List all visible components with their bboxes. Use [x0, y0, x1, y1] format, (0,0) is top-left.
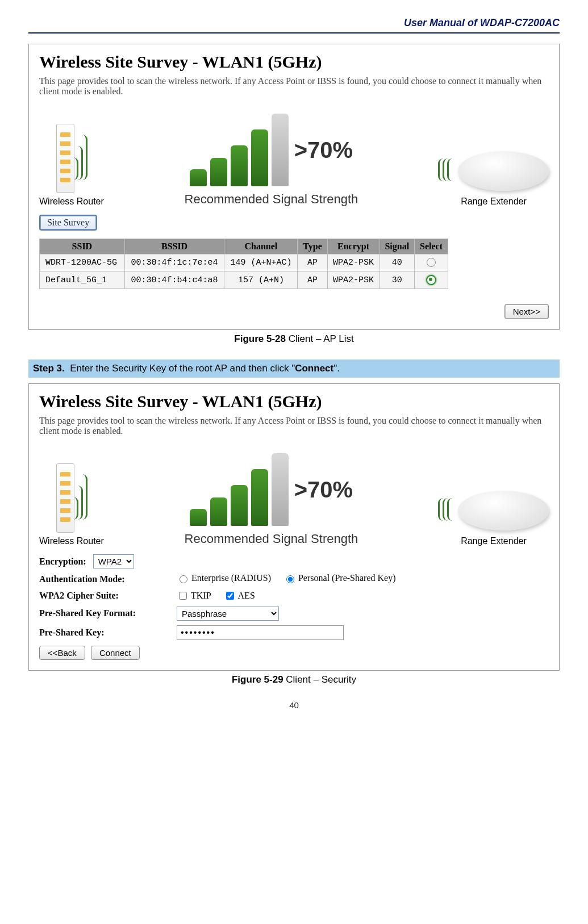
wifi-waves-icon — [73, 135, 87, 182]
page-header: User Manual of WDAP-C7200AC — [28, 17, 560, 29]
connect-button[interactable]: Connect — [91, 646, 140, 660]
router-icon — [56, 463, 74, 533]
col-encrypt: Encrypt — [327, 239, 380, 254]
figure-5-29-caption: Figure 5-29 Client – Security — [28, 674, 560, 685]
tkip-checkbox[interactable] — [179, 592, 187, 600]
signal-diagram: Wireless Router >70% Recommended Signal … — [39, 114, 549, 207]
aes-checkbox[interactable] — [226, 592, 234, 600]
pkf-label: Pre-Shared Key Format: — [39, 608, 170, 618]
survey-description: This page provides tool to scan the wire… — [39, 76, 549, 97]
cell-channel: 157 (A+N) — [224, 271, 298, 289]
col-signal: Signal — [380, 239, 415, 254]
cell-type: AP — [298, 271, 327, 289]
page-number: 40 — [28, 700, 560, 710]
cell-signal: 30 — [380, 271, 415, 289]
pk-label: Pre-Shared Key: — [39, 628, 170, 638]
cell-bssid: 00:30:4f:1c:7e:e4 — [124, 254, 224, 271]
signal-bars-icon — [190, 453, 289, 526]
survey-title: Wireless Site Survey - WLAN1 (5GHz) — [39, 392, 549, 411]
ap-list-table: SSID BSSID Channel Type Encrypt Signal S… — [39, 239, 448, 289]
cell-ssid: Default_5G_1 — [40, 271, 125, 289]
router-label: Wireless Router — [39, 196, 104, 207]
next-button[interactable]: Next>> — [504, 304, 549, 319]
header-divider — [28, 32, 560, 34]
wifi-waves-icon — [73, 474, 87, 522]
encryption-label: Encryption: — [39, 557, 86, 567]
back-button[interactable]: <<Back — [39, 646, 85, 660]
site-survey-button[interactable]: Site Survey — [39, 215, 97, 231]
extender-icon — [458, 151, 549, 191]
pre-shared-key-input[interactable] — [177, 625, 344, 640]
cell-encrypt: WPA2-PSK — [327, 254, 380, 271]
extender-icon — [458, 491, 549, 530]
wifi-waves-left-icon — [439, 498, 452, 523]
step-3-instruction: Step 3. Enter the Security Key of the ro… — [28, 359, 560, 378]
figure-5-28-screenshot: Wireless Site Survey - WLAN1 (5GHz) This… — [28, 44, 560, 330]
wifi-waves-left-icon — [439, 158, 452, 183]
survey-title: Wireless Site Survey - WLAN1 (5GHz) — [39, 52, 549, 72]
col-ssid: SSID — [40, 239, 125, 254]
router-icon — [56, 124, 74, 193]
cell-select[interactable] — [415, 271, 448, 289]
extender-label: Range Extender — [461, 196, 527, 207]
figure-5-29-screenshot: Wireless Site Survey - WLAN1 (5GHz) This… — [28, 383, 560, 671]
cell-select[interactable] — [415, 254, 448, 271]
auth-personal-text: Personal (Pre-Shared Key) — [298, 573, 396, 583]
col-bssid: BSSID — [124, 239, 224, 254]
cell-type: AP — [298, 254, 327, 271]
tkip-text: TKIP — [191, 591, 211, 601]
signal-percent: >70% — [294, 477, 353, 503]
col-channel: Channel — [224, 239, 298, 254]
recommended-label: Recommended Signal Strength — [185, 192, 358, 207]
col-select: Select — [415, 239, 448, 254]
cipher-label: WPA2 Cipher Suite: — [39, 591, 170, 601]
signal-percent: >70% — [294, 137, 353, 163]
radio-off-icon[interactable] — [427, 258, 436, 267]
table-row: WDRT-1200AC-5G 00:30:4f:1c:7e:e4 149 (A+… — [40, 254, 448, 271]
signal-bars-icon — [190, 114, 289, 186]
router-label: Wireless Router — [39, 536, 104, 546]
radio-on-icon[interactable] — [426, 275, 436, 285]
table-row: Default_5G_1 00:30:4f:b4:c4:a8 157 (A+N)… — [40, 271, 448, 289]
encryption-select[interactable]: WPA2 — [93, 554, 134, 568]
pkf-select[interactable]: Passphrase — [177, 607, 279, 621]
cell-signal: 40 — [380, 254, 415, 271]
auth-enterprise-radio[interactable] — [180, 575, 187, 583]
cell-bssid: 00:30:4f:b4:c4:a8 — [124, 271, 224, 289]
cell-channel: 149 (A+N+AC) — [224, 254, 298, 271]
survey-description: This page provides tool to scan the wire… — [39, 416, 549, 436]
aes-text: AES — [238, 591, 255, 601]
auth-enterprise-text: Enterprise (RADIUS) — [191, 573, 271, 583]
extender-label: Range Extender — [461, 536, 527, 546]
signal-diagram: Wireless Router >70% Recommended Signal … — [39, 453, 549, 546]
auth-personal-radio[interactable] — [286, 575, 294, 583]
auth-mode-label: Authentication Mode: — [39, 574, 170, 584]
cell-encrypt: WPA2-PSK — [327, 271, 380, 289]
recommended-label: Recommended Signal Strength — [185, 532, 358, 546]
figure-5-28-caption: Figure 5-28 Client – AP List — [28, 333, 560, 345]
cell-ssid: WDRT-1200AC-5G — [40, 254, 125, 271]
col-type: Type — [298, 239, 327, 254]
